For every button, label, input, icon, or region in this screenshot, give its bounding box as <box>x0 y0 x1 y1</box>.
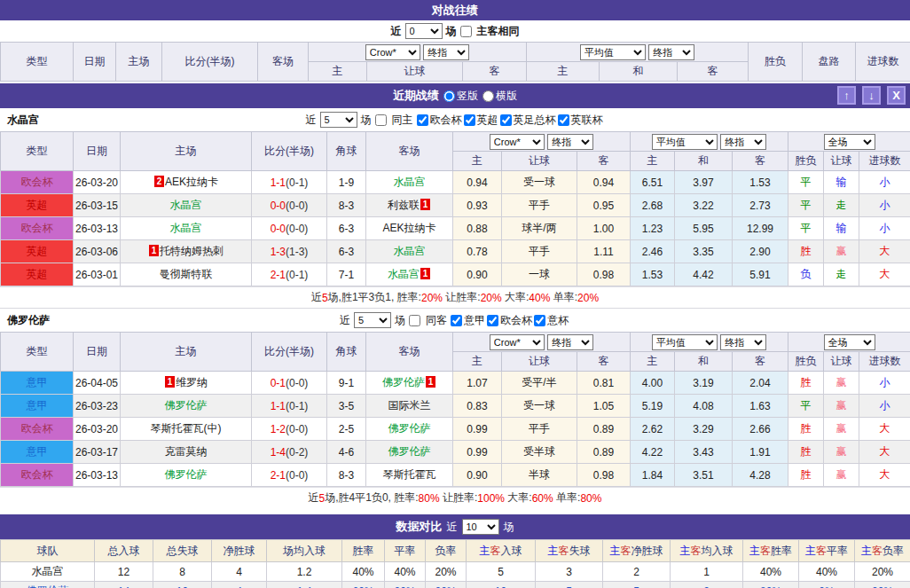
avg-stage-select[interactable]: 终指 <box>720 334 766 350</box>
score-cell[interactable]: 0-0(0-0) <box>252 194 327 217</box>
away-team-name[interactable]: 水晶宫 <box>394 245 426 257</box>
team1-count-select[interactable]: 5 <box>320 112 357 128</box>
bookmaker-select[interactable]: Crow* <box>490 134 545 150</box>
team-name-cell[interactable]: 佛罗伦萨 <box>1 582 95 588</box>
home-team-name[interactable]: 琴斯托霍瓦(中) <box>151 422 222 435</box>
competition-checkbox[interactable] <box>451 315 462 326</box>
competition-cell[interactable]: 英超 <box>1 240 74 263</box>
odds-stage-select[interactable]: 终指 <box>547 134 593 150</box>
home-team-cell[interactable]: 2AEK拉纳卡 <box>121 171 252 194</box>
competition-option[interactable]: 英足总杯 <box>500 113 556 128</box>
competition-checkbox[interactable] <box>558 114 569 126</box>
competition-checkbox[interactable] <box>417 114 428 126</box>
fulltime-select[interactable]: 全场 <box>824 334 875 350</box>
competition-option[interactable]: 欧会杯 <box>417 113 462 128</box>
score-cell[interactable]: 0-1(0-0) <box>252 372 327 395</box>
home-team-name[interactable]: 托特纳姆热刺 <box>160 245 224 257</box>
move-up-button[interactable]: ↑ <box>837 86 856 105</box>
home-team-name[interactable]: AEK拉纳卡 <box>165 176 218 188</box>
team2-count-select[interactable]: 5 <box>354 312 391 328</box>
away-team-name[interactable]: 利兹联 <box>388 199 420 211</box>
away-team-cell[interactable]: 水晶宫 <box>366 171 453 194</box>
competition-cell[interactable]: 意甲 <box>1 395 74 418</box>
layout-vertical-option[interactable]: 竖版 <box>443 89 478 104</box>
score-cell[interactable]: 1-2(0-0) <box>252 418 327 441</box>
move-down-button[interactable]: ↓ <box>862 86 881 105</box>
competition-checkbox[interactable] <box>500 114 512 126</box>
competition-cell[interactable]: 欧会杯 <box>1 464 74 487</box>
avg-select[interactable]: 平均值 <box>652 334 718 350</box>
home-team-name[interactable]: 佛罗伦萨 <box>165 399 208 412</box>
competition-checkbox[interactable] <box>464 114 475 126</box>
home-team-cell[interactable]: 1维罗纳 <box>121 372 252 395</box>
competition-option[interactable]: 意杯 <box>534 313 569 328</box>
competition-cell[interactable]: 欧会杯 <box>1 418 74 441</box>
odds-stage-select[interactable]: 终指 <box>547 334 593 350</box>
away-team-name[interactable]: 水晶宫 <box>388 268 420 280</box>
home-team-name[interactable]: 佛罗伦萨 <box>165 468 208 481</box>
odds-stage-select[interactable]: 终指 <box>423 44 469 60</box>
competition-cell[interactable]: 英超 <box>1 263 74 286</box>
away-team-name[interactable]: 水晶宫 <box>394 176 426 188</box>
home-team-name[interactable]: 水晶宫 <box>170 199 202 211</box>
competition-checkbox[interactable] <box>534 315 545 326</box>
competition-cell[interactable]: 意甲 <box>1 372 74 395</box>
compare-count-select[interactable]: 10 <box>462 519 499 535</box>
away-team-name[interactable]: 佛罗伦萨 <box>388 445 431 458</box>
home-team-name[interactable]: 克雷莫纳 <box>165 445 208 458</box>
competition-cell[interactable]: 意甲 <box>1 441 74 464</box>
team-name-cell[interactable]: 水晶宫 <box>1 562 95 582</box>
team2-sameaway-checkbox[interactable] <box>409 315 420 326</box>
layout-horizontal-option[interactable]: 横版 <box>482 89 517 104</box>
score-cell[interactable]: 1-1(0-1) <box>252 171 327 194</box>
close-button[interactable]: X <box>887 86 906 105</box>
away-team-name[interactable]: 琴斯托霍瓦 <box>383 468 436 481</box>
competition-cell[interactable]: 英超 <box>1 194 74 217</box>
avg-select[interactable]: 平均值 <box>580 44 646 60</box>
away-team-cell[interactable]: 佛罗伦萨 <box>366 418 453 441</box>
home-team-name[interactable]: 水晶宫 <box>170 222 202 234</box>
competition-cell[interactable]: 欧会杯 <box>1 217 74 240</box>
away-team-cell[interactable]: 国际米兰 <box>366 395 453 418</box>
competition-option[interactable]: 英联杯 <box>558 113 603 128</box>
away-team-name[interactable]: 国际米兰 <box>388 399 431 412</box>
away-team-cell[interactable]: 佛罗伦萨1 <box>366 372 453 395</box>
home-team-cell[interactable]: 水晶宫 <box>121 217 252 240</box>
fulltime-select[interactable]: 全场 <box>824 134 875 150</box>
score-cell[interactable]: 2-1(0-0) <box>252 464 327 487</box>
avg-stage-select[interactable]: 终指 <box>720 134 766 150</box>
away-team-cell[interactable]: 琴斯托霍瓦 <box>366 464 453 487</box>
away-team-cell[interactable]: AEK拉纳卡 <box>366 217 453 240</box>
bookmaker-select[interactable]: Crow* <box>365 44 420 60</box>
home-team-cell[interactable]: 佛罗伦萨 <box>121 464 252 487</box>
away-team-cell[interactable]: 利兹联1 <box>366 194 453 217</box>
avg-select[interactable]: 平均值 <box>652 134 718 150</box>
bookmaker-select[interactable]: Crow* <box>490 334 545 350</box>
away-team-name[interactable]: 佛罗伦萨 <box>388 422 431 435</box>
home-team-cell[interactable]: 佛罗伦萨 <box>121 395 252 418</box>
home-team-name[interactable]: 曼彻斯特联 <box>160 268 213 280</box>
home-team-cell[interactable]: 1托特纳姆热刺 <box>121 240 252 263</box>
score-cell[interactable]: 0-0(0-0) <box>252 217 327 240</box>
h2h-count-select[interactable]: 0 <box>405 23 443 39</box>
home-team-cell[interactable]: 琴斯托霍瓦(中) <box>121 418 252 441</box>
away-team-name[interactable]: AEK拉纳卡 <box>382 222 435 234</box>
competition-option[interactable]: 欧会杯 <box>487 313 532 328</box>
same-homeaway-checkbox[interactable] <box>460 26 472 37</box>
team1-samehome-checkbox[interactable] <box>375 114 387 126</box>
away-team-cell[interactable]: 水晶宫 <box>366 240 453 263</box>
home-team-cell[interactable]: 曼彻斯特联 <box>121 263 252 286</box>
score-cell[interactable]: 1-3(1-3) <box>252 240 327 263</box>
avg-stage-select[interactable]: 终指 <box>648 44 694 60</box>
vertical-radio[interactable] <box>443 90 455 102</box>
home-team-cell[interactable]: 克雷莫纳 <box>121 441 252 464</box>
competition-option[interactable]: 英超 <box>464 113 498 128</box>
away-team-name[interactable]: 佛罗伦萨 <box>382 376 425 388</box>
score-cell[interactable]: 1-4(0-2) <box>252 441 327 464</box>
away-team-cell[interactable]: 佛罗伦萨 <box>366 441 453 464</box>
competition-checkbox[interactable] <box>487 315 498 326</box>
home-team-cell[interactable]: 水晶宫 <box>121 194 252 217</box>
home-team-name[interactable]: 维罗纳 <box>176 376 208 388</box>
score-cell[interactable]: 1-1(0-1) <box>252 395 327 418</box>
competition-option[interactable]: 意甲 <box>451 313 485 328</box>
